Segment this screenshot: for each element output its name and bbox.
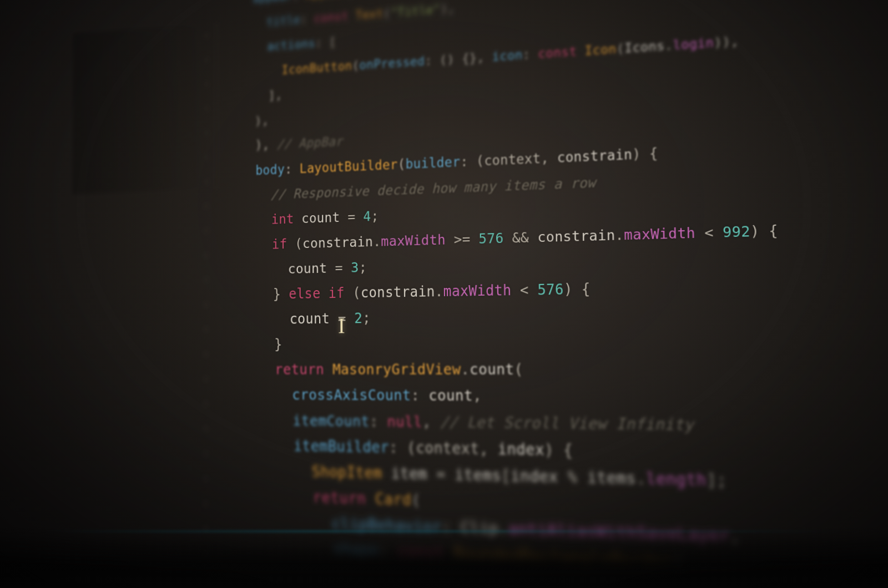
code-area[interactable]: appBar: AppBar( title: const Text("Title…	[226, 0, 818, 582]
token-punc	[577, 43, 585, 59]
token-punc	[324, 361, 332, 378]
token-punc: ;	[371, 208, 379, 224]
token-ident: Icons	[624, 38, 665, 56]
token-cmnt: // AppBar	[277, 134, 343, 152]
token-punc: ) {	[564, 281, 591, 298]
token-punc: &&	[503, 229, 537, 246]
token-ident: count	[470, 361, 514, 378]
token-ident: constrain	[557, 146, 633, 165]
token-punc: : (context	[460, 150, 541, 169]
token-ident: item	[391, 464, 427, 483]
token-punc: : (context	[389, 438, 480, 458]
token-punc: ];	[707, 470, 727, 490]
token-kw: else if	[289, 285, 345, 302]
token-prop: itemBuilder	[294, 437, 389, 456]
token-prop: title	[266, 13, 300, 29]
token-orange: ShopItem	[312, 463, 382, 482]
token-ident: items	[455, 465, 501, 485]
token-punc: %	[558, 468, 587, 487]
token-punc	[349, 9, 356, 23]
token-punc: )),	[714, 33, 739, 50]
token-orange: IconButton	[281, 59, 352, 78]
token-orange: LayoutBuilder	[300, 156, 398, 176]
token-punc: ),	[255, 113, 269, 128]
token-kw: const	[538, 44, 577, 61]
token-punc: [	[501, 467, 511, 485]
token-num: 2	[354, 310, 362, 327]
token-punc: ,	[422, 413, 440, 430]
token-ident: count	[288, 260, 327, 277]
token-num: 576	[537, 281, 564, 298]
code-line[interactable]: return MasonryGridView.count(	[226, 355, 840, 384]
token-punc: (	[616, 41, 624, 57]
token-punc: ) {	[544, 440, 573, 459]
token-ident: items	[587, 468, 637, 488]
token-punc: .	[373, 234, 381, 250]
token-ident: index	[498, 440, 545, 459]
token-orange: MasonryGridView	[332, 361, 461, 378]
token-num: 4	[363, 209, 371, 225]
token-num: 3	[351, 260, 359, 276]
token-punc: ,	[477, 49, 492, 65]
token-punc: ),	[440, 1, 455, 16]
token-punc: ,	[479, 439, 498, 458]
token-punc: (	[514, 361, 523, 378]
token-kw: const	[314, 9, 349, 26]
token-prop: actions	[267, 37, 315, 54]
token-num: 992	[723, 223, 750, 241]
token-orange: AppBar	[306, 0, 346, 1]
token-prop: itemCount	[293, 412, 370, 430]
text-cursor-icon: I	[338, 313, 345, 338]
token-orange: Text	[355, 7, 384, 23]
token-punc: ],	[268, 88, 282, 103]
token-punc: (	[398, 156, 406, 172]
monitor-bezel	[0, 527, 888, 588]
editor-screen: ···· ···· ···· ···· ···· ··· appBar: App…	[73, 0, 888, 33]
token-punc: ) {	[750, 222, 778, 240]
token-punc: .	[461, 361, 470, 378]
token-punc: ),	[255, 138, 277, 153]
token-punc: (	[345, 285, 361, 301]
token-prop: appBar	[253, 0, 293, 6]
token-mag: maxWidth	[443, 282, 512, 300]
token-ident: count	[428, 387, 473, 404]
token-punc: : [	[315, 35, 336, 50]
token-prop: crossAxisCount	[292, 387, 411, 404]
token-punc: :	[300, 12, 314, 27]
token-punc: .	[435, 283, 443, 300]
token-str: "Title"	[390, 2, 440, 20]
token-punc: :	[411, 387, 429, 404]
token-punc: ,	[473, 387, 482, 405]
token-kw: if	[272, 236, 287, 252]
token-punc: :	[285, 161, 300, 176]
token-punc: ;	[359, 259, 367, 275]
token-mag: maxWidth	[381, 231, 446, 249]
token-punc: <	[695, 224, 723, 241]
token-num: 576	[478, 230, 503, 247]
line-number-gutter: ···· ···· ···· ···· ···· ···	[72, 23, 217, 195]
token-cmnt: // Let Scroll View Infinity	[440, 413, 694, 434]
token-punc: (	[384, 6, 391, 21]
token-prop: icon	[492, 48, 522, 64]
token-punc: :	[292, 0, 306, 2]
token-orange: Card	[375, 490, 412, 509]
token-prop: onPressed	[359, 54, 425, 72]
token-ident: constrain	[302, 234, 373, 251]
token-orange: Icon	[584, 42, 616, 59]
token-punc: =	[427, 465, 455, 484]
token-punc: }	[273, 286, 289, 302]
code-line[interactable]: }	[226, 327, 831, 357]
token-ident: constrain	[537, 227, 615, 246]
token-punc: :	[370, 412, 387, 430]
token-punc: .	[664, 38, 673, 53]
token-punc: >=	[446, 231, 479, 248]
token-kw2: return	[312, 488, 366, 508]
token-punc: .	[615, 226, 624, 244]
token-punc: =	[340, 209, 363, 225]
token-kw2: return	[275, 361, 324, 378]
token-kw: int	[271, 211, 294, 227]
token-ident: constrain	[361, 283, 435, 301]
token-punc: :	[522, 47, 538, 62]
token-punc: () {}	[440, 50, 477, 68]
token-punc: (	[352, 58, 359, 73]
